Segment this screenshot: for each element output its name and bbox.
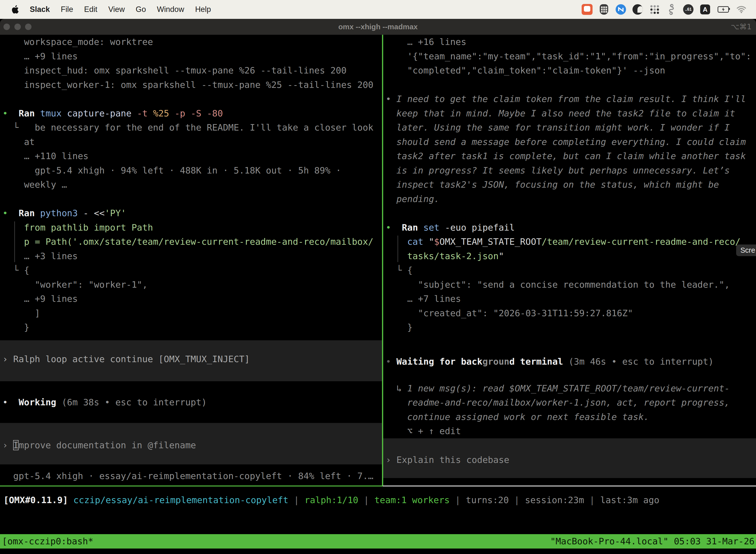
terminal-text: readme-and-reco/mailbox/worker-1.json, a… [386, 397, 730, 407]
terminal-text: -80 [207, 108, 223, 118]
terminal-text: from pathlib import Path [2, 222, 153, 233]
wifi-icon[interactable] [736, 4, 747, 15]
tmux-horizontal-border-active[interactable] [0, 486, 383, 487]
terminal-text: " [499, 251, 504, 261]
terminal-text: p = Path('.omx/state/team/review-current… [2, 236, 374, 247]
terminal-text: Waiting for back [396, 356, 483, 367]
terminal-text [8, 108, 19, 118]
terminal-text: -euo pipefail [445, 222, 515, 233]
terminal-text: later. Using the same for transition mig… [386, 122, 730, 132]
terminal-line: ↳ 1 new msg(s): read $OMX_TEAM_STATE_ROO… [386, 381, 756, 396]
menu-item-go[interactable]: Go [136, 5, 146, 14]
terminal-line: "worker": "worker-1", [2, 277, 382, 292]
tmux-host-clock: "MacBook-Pro-44.local" 05:03 31-Mar-26 [550, 534, 755, 549]
terminal-line: • I need to get the claim token from the… [386, 92, 756, 106]
terminal-block: • Working (6m 38s • esc to interrupt) [2, 395, 382, 409]
menu-item-window[interactable]: Window [157, 5, 184, 14]
terminal-text: • [386, 356, 396, 367]
apple-menu-icon[interactable] [11, 5, 19, 14]
tmux-status-bar: [omx-cczip0:bash* "MacBook-Pro-44.local"… [0, 534, 756, 549]
terminal-text: %25 [153, 108, 175, 118]
terminal-text: is in progress? It seems likely but perh… [386, 165, 730, 175]
tmux-horizontal-border-inactive[interactable] [383, 486, 756, 487]
terminal-text: ] [2, 308, 40, 318]
circle-61-badge[interactable]: ..61 [683, 4, 694, 15]
terminal-line: … +9 lines [2, 292, 382, 306]
terminal-text: mprove documentation in @filename [19, 440, 196, 450]
battery-charging-icon[interactable] [716, 4, 730, 15]
terminal-line: • Ran set -euo pipefail [386, 220, 756, 235]
terminal-text: • [2, 108, 8, 118]
terminal-text: (3m 46s • esc to interrupt) [568, 356, 713, 367]
terminal-text: inspect_worker-1: omx sparkshell --tmux-… [2, 80, 374, 90]
terminal-text: • [386, 222, 391, 233]
terminal-text: I need to get the claim token from the c… [396, 94, 746, 104]
terminal-line: › Ralph loop active continue [OMX_TMUX_I… [2, 352, 382, 366]
screen-tooltip: Scre [736, 244, 756, 256]
terminal-text: … +16 lines [386, 37, 466, 47]
terminal-text: /team/review-current-readme-and-reco/ [542, 236, 741, 247]
terminal-text: • [386, 94, 396, 104]
menu-bar: Slack File Edit View Go Window Help ..61… [0, 0, 756, 19]
terminal-line: later. Using the same for transition mig… [386, 120, 756, 135]
screen: Slack File Edit View Go Window Help ..61… [0, 0, 756, 554]
terminal-pane-right[interactable]: … +16 lines '{"team_name":"my-team","tas… [383, 35, 756, 486]
terminal-pane-left[interactable]: workspace_mode: worktree … +9 lines insp… [0, 35, 382, 486]
window-titlebar[interactable]: omx --xhigh --madmax ⌥⌘1 [0, 19, 756, 35]
terminal-text: should send a message before completing … [386, 137, 746, 147]
chat-app-icon[interactable] [581, 4, 593, 15]
crescent-circle-icon[interactable] [632, 4, 643, 15]
terminal-line: readme-and-reco/mailbox/worker-1.json, a… [386, 395, 756, 410]
terminal-text: 'PY' [105, 208, 126, 218]
terminal-line: should send a message before completing … [386, 135, 756, 149]
terminal-line: … +3 lines [2, 249, 382, 263]
terminal-text: set [423, 222, 445, 233]
menu-item-help[interactable]: Help [195, 5, 211, 14]
prompt-input-right[interactable]: › Explain this codebase [383, 438, 756, 478]
terminal-text: └ { [2, 265, 29, 275]
terminal-line: ] [2, 306, 382, 321]
squiggle-icon[interactable] [666, 4, 677, 15]
terminal-text: OMX_TEAM_STATE_ROOT [440, 236, 542, 247]
terminal-text: tasks/task-2.json [386, 251, 499, 261]
menu-item-file[interactable]: File [61, 5, 73, 14]
terminal-line: is in progress? It seems likely but perh… [386, 163, 756, 178]
tmux-session-label: [omx-cczip0:bash* [2, 534, 93, 549]
terminal-line: inspect task2's JSON, focusing on the st… [386, 177, 756, 192]
terminal-text: turns:20 [466, 495, 509, 505]
terminal-text: "completed","claim_token":"claim-token"}… [386, 65, 665, 75]
terminal-line: p = Path('.omx/state/team/review-current… [2, 234, 382, 249]
terminal-text: | [584, 495, 600, 505]
terminal-text: task2 after task1 is complete, but can I… [386, 151, 746, 161]
shield-grid-icon[interactable] [598, 4, 610, 15]
terminal-text: gpt-5.4 xhigh · essay/ai-reimplementatio… [2, 471, 374, 481]
dots-grid-icon[interactable] [649, 4, 660, 15]
terminal-text: groun [483, 356, 509, 367]
menu-item-edit[interactable]: Edit [84, 5, 97, 14]
terminal-line: └ { [386, 263, 756, 277]
terminal-text: Explain this codebase [396, 455, 509, 465]
terminal-line: └ be necessary for the end of the README… [2, 120, 382, 135]
terminal-line: • Working (6m 38s • esc to interrupt) [2, 395, 382, 409]
letter-a-badge[interactable]: A [699, 4, 711, 15]
terminal-text: … +3 lines [2, 251, 78, 261]
blue-badge-icon[interactable] [615, 4, 627, 15]
menu-item-view[interactable]: View [108, 5, 125, 14]
terminal-text: › [2, 354, 13, 364]
terminal-text: pending. [386, 194, 440, 204]
terminal-line: • Ran python3 - <<'PY' [2, 206, 382, 220]
prompt-input-left[interactable]: › Improve documentation in @filename [0, 423, 382, 465]
terminal-text: "worker": "worker-1", [2, 279, 147, 290]
terminal-text: cczip/essay/ai-reimplementation-copyleft [73, 495, 289, 505]
terminal-block: ↳ 1 new msg(s): read $OMX_TEAM_STATE_ROO… [386, 381, 756, 438]
menu-app-name[interactable]: Slack [30, 5, 50, 14]
terminal-line: › Improve documentation in @filename [2, 438, 382, 452]
terminal-text: | [509, 495, 525, 505]
terminal-line: › Explain this codebase [386, 453, 756, 467]
terminal-text: … +9 lines [2, 51, 78, 61]
terminal-text: << [94, 208, 105, 218]
terminal-text: (6m 38s • esc to interrupt) [62, 397, 207, 407]
terminal-text: $ [434, 236, 440, 247]
terminal-line [2, 92, 382, 106]
terminal-text: -S [191, 108, 207, 118]
